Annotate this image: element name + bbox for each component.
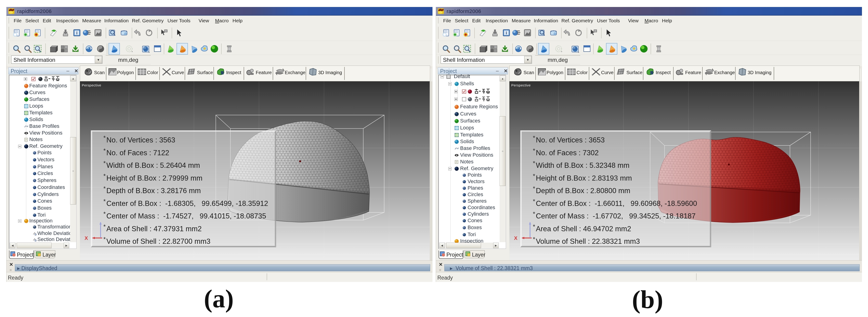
- svg-text:i: i: [76, 31, 78, 35]
- svg-text:i: i: [506, 31, 507, 35]
